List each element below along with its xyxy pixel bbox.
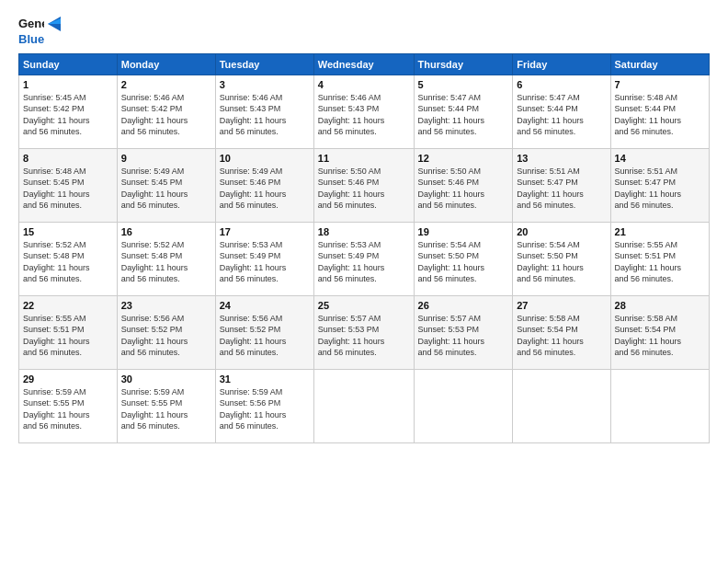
day-detail: Sunrise: 5:57 AM Sunset: 5:53 PM Dayligh… — [318, 313, 410, 358]
day-detail: Sunrise: 5:59 AM Sunset: 5:55 PM Dayligh… — [23, 386, 113, 431]
day-detail: Sunrise: 5:56 AM Sunset: 5:52 PM Dayligh… — [121, 313, 211, 358]
calendar-week-2: 8Sunrise: 5:48 AM Sunset: 5:45 PM Daylig… — [19, 149, 710, 223]
calendar-day-22: 22Sunrise: 5:55 AM Sunset: 5:51 PM Dayli… — [19, 296, 118, 370]
day-number: 8 — [23, 153, 113, 164]
logo-bird-icon — [46, 15, 61, 33]
day-detail: Sunrise: 5:52 AM Sunset: 5:48 PM Dayligh… — [121, 239, 211, 284]
empty-cell — [414, 370, 513, 443]
calendar-day-6: 6Sunrise: 5:47 AM Sunset: 5:44 PM Daylig… — [513, 75, 610, 149]
calendar-day-3: 3Sunrise: 5:46 AM Sunset: 5:43 PM Daylig… — [215, 75, 313, 149]
day-number: 18 — [318, 226, 410, 237]
calendar-week-1: 1Sunrise: 5:45 AM Sunset: 5:42 PM Daylig… — [19, 75, 710, 149]
calendar-day-13: 13Sunrise: 5:51 AM Sunset: 5:47 PM Dayli… — [513, 149, 610, 223]
day-detail: Sunrise: 5:53 AM Sunset: 5:49 PM Dayligh… — [318, 239, 410, 284]
day-detail: Sunrise: 5:49 AM Sunset: 5:46 PM Dayligh… — [220, 166, 310, 211]
calendar-day-25: 25Sunrise: 5:57 AM Sunset: 5:53 PM Dayli… — [313, 296, 414, 370]
day-number: 5 — [418, 79, 509, 90]
day-number: 20 — [517, 226, 606, 237]
day-number: 6 — [517, 79, 606, 90]
empty-cell — [513, 370, 610, 443]
day-number: 26 — [418, 300, 509, 311]
day-detail: Sunrise: 5:47 AM Sunset: 5:44 PM Dayligh… — [517, 92, 606, 137]
day-detail: Sunrise: 5:54 AM Sunset: 5:50 PM Dayligh… — [418, 239, 509, 284]
day-number: 21 — [615, 226, 705, 237]
calendar-table: SundayMondayTuesdayWednesdayThursdayFrid… — [18, 53, 710, 443]
day-detail: Sunrise: 5:57 AM Sunset: 5:53 PM Dayligh… — [418, 313, 509, 358]
svg-text:General: General — [18, 17, 44, 30]
calendar-day-1: 1Sunrise: 5:45 AM Sunset: 5:42 PM Daylig… — [19, 75, 118, 149]
calendar-day-29: 29Sunrise: 5:59 AM Sunset: 5:55 PM Dayli… — [19, 370, 118, 443]
day-number: 2 — [121, 79, 211, 90]
calendar-day-20: 20Sunrise: 5:54 AM Sunset: 5:50 PM Dayli… — [513, 223, 610, 296]
day-detail: Sunrise: 5:59 AM Sunset: 5:55 PM Dayligh… — [121, 386, 211, 431]
day-detail: Sunrise: 5:52 AM Sunset: 5:48 PM Dayligh… — [23, 239, 113, 284]
calendar-day-17: 17Sunrise: 5:53 AM Sunset: 5:49 PM Dayli… — [215, 223, 313, 296]
calendar-day-30: 30Sunrise: 5:59 AM Sunset: 5:55 PM Dayli… — [117, 370, 215, 443]
calendar-day-19: 19Sunrise: 5:54 AM Sunset: 5:50 PM Dayli… — [414, 223, 513, 296]
calendar-week-5: 29Sunrise: 5:59 AM Sunset: 5:55 PM Dayli… — [19, 370, 710, 443]
day-number: 12 — [418, 153, 509, 164]
day-detail: Sunrise: 5:45 AM Sunset: 5:42 PM Dayligh… — [23, 92, 113, 137]
day-number: 10 — [220, 153, 310, 164]
day-number: 31 — [220, 373, 310, 385]
calendar-day-4: 4Sunrise: 5:46 AM Sunset: 5:43 PM Daylig… — [313, 75, 414, 149]
calendar-day-9: 9Sunrise: 5:49 AM Sunset: 5:45 PM Daylig… — [117, 149, 215, 223]
day-number: 13 — [517, 153, 606, 164]
day-number: 24 — [220, 300, 310, 311]
day-number: 11 — [318, 153, 410, 164]
day-number: 7 — [615, 79, 705, 90]
day-number: 15 — [23, 226, 113, 237]
day-number: 22 — [23, 300, 113, 311]
day-number: 3 — [220, 79, 310, 90]
day-number: 14 — [615, 153, 705, 164]
calendar-day-26: 26Sunrise: 5:57 AM Sunset: 5:53 PM Dayli… — [414, 296, 513, 370]
day-number: 16 — [121, 226, 211, 237]
calendar-day-14: 14Sunrise: 5:51 AM Sunset: 5:47 PM Dayli… — [610, 149, 709, 223]
page: General Blue SundayMondayTuesdayWednesda… — [0, 0, 728, 563]
day-number: 25 — [318, 300, 410, 311]
day-number: 30 — [121, 373, 211, 385]
day-detail: Sunrise: 5:51 AM Sunset: 5:47 PM Dayligh… — [615, 166, 705, 211]
day-detail: Sunrise: 5:55 AM Sunset: 5:51 PM Dayligh… — [615, 239, 705, 284]
day-detail: Sunrise: 5:59 AM Sunset: 5:56 PM Dayligh… — [220, 386, 310, 431]
calendar-day-10: 10Sunrise: 5:49 AM Sunset: 5:46 PM Dayli… — [215, 149, 313, 223]
calendar-day-18: 18Sunrise: 5:53 AM Sunset: 5:49 PM Dayli… — [313, 223, 414, 296]
calendar-day-11: 11Sunrise: 5:50 AM Sunset: 5:46 PM Dayli… — [313, 149, 414, 223]
day-detail: Sunrise: 5:46 AM Sunset: 5:43 PM Dayligh… — [318, 92, 410, 137]
day-number: 1 — [23, 79, 113, 90]
calendar-week-4: 22Sunrise: 5:55 AM Sunset: 5:51 PM Dayli… — [19, 296, 710, 370]
logo-blue-text: Blue — [18, 33, 61, 46]
calendar-day-5: 5Sunrise: 5:47 AM Sunset: 5:44 PM Daylig… — [414, 75, 513, 149]
calendar-day-31: 31Sunrise: 5:59 AM Sunset: 5:56 PM Dayli… — [215, 370, 313, 443]
calendar-day-8: 8Sunrise: 5:48 AM Sunset: 5:45 PM Daylig… — [19, 149, 118, 223]
day-detail: Sunrise: 5:50 AM Sunset: 5:46 PM Dayligh… — [418, 166, 509, 211]
calendar-header-tuesday: Tuesday — [215, 54, 313, 75]
day-detail: Sunrise: 5:58 AM Sunset: 5:54 PM Dayligh… — [517, 313, 606, 358]
day-detail: Sunrise: 5:50 AM Sunset: 5:46 PM Dayligh… — [318, 166, 410, 211]
calendar-day-24: 24Sunrise: 5:56 AM Sunset: 5:52 PM Dayli… — [215, 296, 313, 370]
day-number: 9 — [121, 153, 211, 164]
calendar-day-12: 12Sunrise: 5:50 AM Sunset: 5:46 PM Dayli… — [414, 149, 513, 223]
day-number: 29 — [23, 373, 113, 385]
day-number: 28 — [615, 300, 705, 311]
day-detail: Sunrise: 5:53 AM Sunset: 5:49 PM Dayligh… — [220, 239, 310, 284]
day-detail: Sunrise: 5:47 AM Sunset: 5:44 PM Dayligh… — [418, 92, 509, 137]
day-number: 19 — [418, 226, 509, 237]
calendar-week-3: 15Sunrise: 5:52 AM Sunset: 5:48 PM Dayli… — [19, 223, 710, 296]
logo: General Blue — [18, 15, 61, 46]
calendar-header-wednesday: Wednesday — [313, 54, 414, 75]
calendar-header-saturday: Saturday — [610, 54, 709, 75]
calendar-day-2: 2Sunrise: 5:46 AM Sunset: 5:42 PM Daylig… — [117, 75, 215, 149]
day-detail: Sunrise: 5:55 AM Sunset: 5:51 PM Dayligh… — [23, 313, 113, 358]
calendar-header-thursday: Thursday — [414, 54, 513, 75]
calendar-day-28: 28Sunrise: 5:58 AM Sunset: 5:54 PM Dayli… — [610, 296, 709, 370]
day-number: 23 — [121, 300, 211, 311]
calendar-day-23: 23Sunrise: 5:56 AM Sunset: 5:52 PM Dayli… — [117, 296, 215, 370]
calendar-day-7: 7Sunrise: 5:48 AM Sunset: 5:44 PM Daylig… — [610, 75, 709, 149]
logo-svg: General — [18, 15, 44, 33]
day-detail: Sunrise: 5:48 AM Sunset: 5:45 PM Dayligh… — [23, 166, 113, 211]
empty-cell — [313, 370, 414, 443]
empty-cell — [610, 370, 709, 443]
calendar-header-friday: Friday — [513, 54, 610, 75]
calendar-day-16: 16Sunrise: 5:52 AM Sunset: 5:48 PM Dayli… — [117, 223, 215, 296]
